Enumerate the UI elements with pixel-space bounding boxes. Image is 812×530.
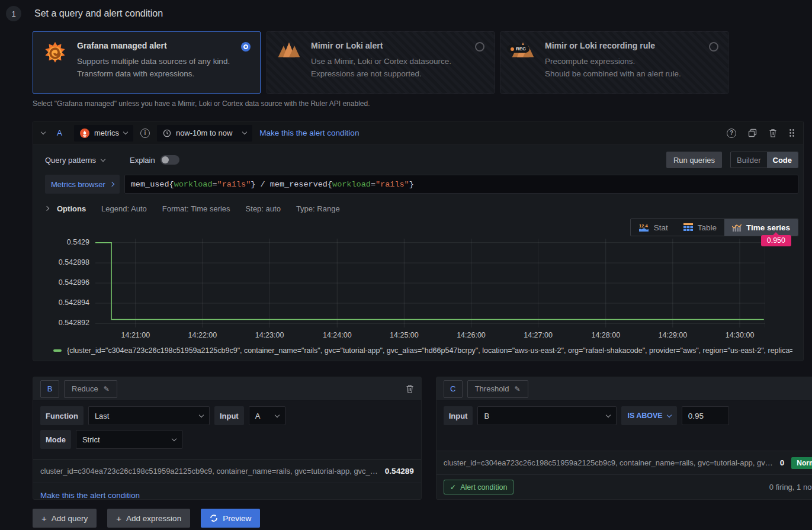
datasource-picker[interactable]: metrics [74,125,133,142]
rec-label: REC [516,46,526,52]
trash-icon[interactable] [769,129,777,137]
run-queries-button[interactable]: Run queries [666,152,722,168]
y-tick-label: 0.542894 [59,298,89,307]
info-icon[interactable]: i [140,129,150,138]
chevron-right-icon [110,182,114,187]
options-type: Type: Range [296,204,340,213]
x-tick-label: 14:27:00 [524,331,553,339]
x-tick-label: 14:21:00 [121,331,150,339]
mimir-recording-logo-icon: REC [511,41,535,59]
function-select[interactable]: Last [88,406,210,425]
query-patterns-dropdown[interactable]: Query patterns [45,156,105,165]
add-query-button[interactable]: + Add query [33,509,97,528]
editor-mode-builder[interactable]: Builder [731,152,766,168]
datasource-name: metrics [94,129,119,137]
query-token: "rails" [375,180,409,189]
explain-toggle[interactable] [161,155,179,165]
duplicate-icon[interactable] [748,129,757,137]
metrics-browser-button[interactable]: Metrics browser [45,175,120,194]
timeseries-plot[interactable] [95,239,765,327]
plus-icon: + [41,513,47,523]
toggle-knob [162,156,169,163]
function-label: Function [40,406,84,425]
card-description-line: Supports multiple data sources of any ki… [77,55,232,68]
preview-button[interactable]: Preview [201,509,260,528]
card-body: Grafana managed alert Supports multiple … [77,41,232,80]
input-select[interactable]: A [249,406,285,425]
viz-tab-label: Time series [746,223,790,232]
trash-icon[interactable] [406,384,414,393]
y-tick-label: 0.542896 [59,278,89,287]
time-series-icon [732,223,742,232]
radio-mimir-loki-recording-rule[interactable] [709,42,718,52]
expression-result-row: cluster_id=c304ea723c26c198c51959a2125cb… [437,451,812,474]
operator-select[interactable]: IS ABOVE [621,406,676,425]
editor-mode-code[interactable]: Code [767,152,798,168]
time-range-picker[interactable]: now-10m to now [157,125,252,142]
query-token: workload [332,180,371,189]
alert-type-cards: Grafana managed alert Supports multiple … [33,31,804,94]
expression-type-button[interactable]: Reduce ✎ [64,380,117,398]
expression-type-label: Reduce [72,384,98,393]
firing-summary: 0 firing, 1 normal [769,483,812,492]
add-expression-button[interactable]: + Add expression [107,509,190,528]
make-alert-condition-link[interactable]: Make this the alert condition [259,129,359,137]
x-tick-label: 14:29:00 [659,331,688,339]
input-value: B [484,412,489,420]
function-value: Last [95,412,110,420]
options-step: Step: auto [246,204,281,213]
query-token: { [169,180,174,189]
alert-condition-badge[interactable]: ✓ Alert condition [444,480,514,494]
viz-tab-table[interactable]: Table [676,219,724,236]
threshold-value-input[interactable] [682,406,729,425]
alert-type-hint: Select "Grafana managed" unless you have… [33,99,804,108]
chevron-down-icon [606,412,611,417]
alert-type-card-mimir-loki-alert[interactable]: Mimir or Loki alert Use a Mimir, Loki or… [267,31,495,94]
options-label: Options [57,204,86,213]
radio-grafana-managed[interactable] [241,42,251,52]
input-select[interactable]: B [477,406,617,425]
query-token: = [212,180,217,189]
field-row: Input B IS ABOVE [444,406,812,425]
chevron-down-icon [172,436,176,441]
query-options-row[interactable]: Options Legend: Auto Format: Time series… [45,201,798,216]
make-alert-condition-link[interactable]: Make this the alert condition [40,491,140,500]
mode-select[interactable]: Strict [76,430,182,449]
grafana-logo-icon [43,41,68,66]
alert-type-card-grafana-managed[interactable]: Grafana managed alert Supports multiple … [33,31,261,94]
query-token: { [328,180,332,189]
mode-value: Strict [82,435,100,444]
threshold-handle[interactable]: 0.950 [761,235,791,246]
alert-type-card-mimir-loki-recording-rule[interactable]: REC Mimir or Loki recording rule Precomp… [500,31,728,94]
x-tick-label: 14:30:00 [726,331,755,339]
input-label: Input [214,406,244,425]
card-body: Mimir or Loki recording rule Precompute … [545,41,699,80]
radio-mimir-loki-alert[interactable] [475,42,484,52]
expression-ref-id: C [444,380,463,398]
step-number: 1 [6,6,21,21]
step-header: 1 Set a query and alert condition [0,0,812,21]
drag-handle-icon[interactable] [789,129,795,137]
help-icon[interactable]: ? [727,129,736,138]
result-value: 0.54289 [385,467,414,476]
query-patterns-label: Query patterns [45,156,96,165]
explain-label: Explain [130,156,155,165]
operator-value: IS ABOVE [627,412,662,420]
expression-type-button[interactable]: Threshold ✎ [467,380,528,398]
query-header: A metrics i now-10m to now [33,121,803,145]
query-body: Query patterns Explain Run queries Build… [33,145,803,361]
stat-icon: 12.4 [638,223,649,232]
expression-footer: ✓ Alert condition 0 firing, 1 normal [437,474,812,499]
input-label: Input [444,406,473,425]
viz-tab-time-series[interactable]: Time series [724,219,798,236]
legend-series-name[interactable]: {cluster_id="c304ea723c26c198c51959a2125… [67,346,792,355]
promql-query-input[interactable]: mem_used{workload="rails"} / mem_reserve… [124,175,798,194]
viz-tab-stat[interactable]: 12.4 Stat [631,219,676,236]
add-expression-label: Add expression [126,514,181,523]
expression-ref-id: B [40,380,59,398]
chart-section: 0.950 0.54290.5428980.5428960.5428940.54… [45,239,798,355]
promql-query-text: mem_used{workload="rails"} / mem_reserve… [131,180,414,189]
collapse-chevron-icon[interactable] [41,130,46,134]
prometheus-icon [80,129,89,138]
query-token: mem_used [131,180,169,189]
